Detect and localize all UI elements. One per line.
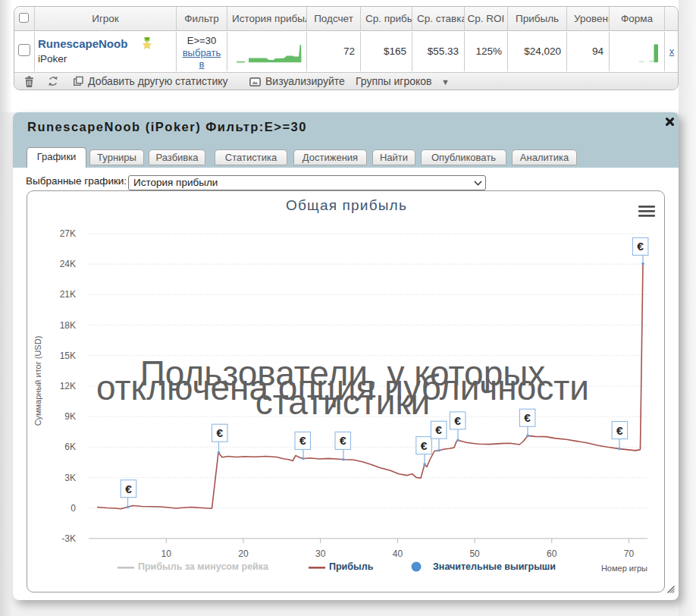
svg-text:€: € xyxy=(340,434,346,447)
svg-text:€: € xyxy=(421,439,428,452)
svg-text:€: € xyxy=(454,414,461,427)
svg-text:€: € xyxy=(299,434,306,447)
svg-text:€: € xyxy=(524,411,531,424)
svg-text:€: € xyxy=(125,482,132,495)
svg-text:€: € xyxy=(637,240,644,253)
svg-text:€: € xyxy=(435,423,442,436)
svg-text:€: € xyxy=(616,424,623,437)
svg-text:€: € xyxy=(216,426,223,439)
